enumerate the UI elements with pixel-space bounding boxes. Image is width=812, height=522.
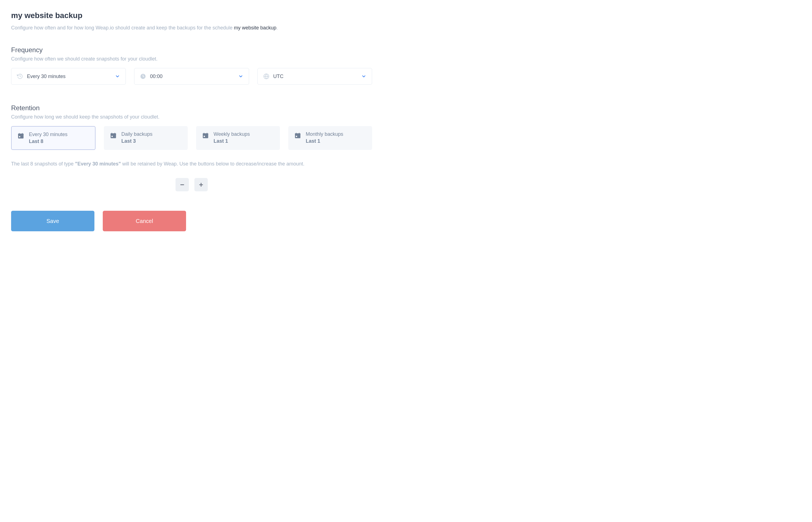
retention-title: Retention <box>11 104 372 112</box>
chevron-down-icon <box>238 74 243 79</box>
frequency-desc: Configure how often we should create sna… <box>11 56 372 62</box>
svg-rect-22 <box>296 136 297 137</box>
chevron-down-icon <box>361 74 366 79</box>
frequency-row: Every 30 minutes 00:00 UTC <box>11 68 372 85</box>
retention-card-weekly[interactable]: Weekly backups Last 1 <box>196 126 280 150</box>
frequency-time-value: 00:00 <box>150 74 238 79</box>
retention-cards: Every 30 minutes Last 8 Daily backups La… <box>11 126 372 150</box>
page-desc-suffix: . <box>276 25 278 31</box>
svg-rect-19 <box>295 133 300 135</box>
retention-card-name: Monthly backups <box>306 131 343 137</box>
svg-rect-7 <box>19 136 20 137</box>
page-desc-prefix: Configure how often and for how long Wea… <box>11 25 234 31</box>
retention-message: The last 8 snapshots of type "Every 30 m… <box>11 161 372 167</box>
svg-rect-12 <box>112 136 113 137</box>
cancel-button[interactable]: Cancel <box>103 211 186 231</box>
retention-msg-prefix: The last 8 snapshots of type <box>11 161 75 166</box>
retention-msg-suffix: will be retained by Weap. Use the button… <box>121 161 304 166</box>
minus-icon: − <box>180 180 184 189</box>
frequency-timezone-value: UTC <box>273 74 361 79</box>
page-description: Configure how often and for how long Wea… <box>11 25 372 31</box>
retention-card-last: Last 1 <box>214 138 250 144</box>
retention-card-name: Weekly backups <box>214 131 250 137</box>
increase-button[interactable]: + <box>194 178 208 191</box>
svg-rect-4 <box>18 134 24 135</box>
retention-stepper: − + <box>11 178 372 191</box>
retention-card-last: Last 8 <box>29 139 67 144</box>
retention-card-last: Last 1 <box>306 138 343 144</box>
save-button[interactable]: Save <box>11 211 94 231</box>
clock-icon <box>140 73 146 79</box>
page-desc-schedule-name: my website backup <box>234 25 276 31</box>
decrease-button[interactable]: − <box>176 178 189 191</box>
calendar-icon <box>202 132 209 139</box>
svg-rect-9 <box>111 133 116 135</box>
retention-msg-emph: "Every 30 minutes" <box>75 161 121 166</box>
history-icon <box>17 73 23 79</box>
chevron-down-icon <box>115 74 120 79</box>
svg-rect-14 <box>203 133 208 135</box>
retention-card-monthly[interactable]: Monthly backups Last 1 <box>288 126 372 150</box>
plus-icon: + <box>199 180 203 189</box>
globe-icon <box>263 73 270 79</box>
frequency-timezone-select[interactable]: UTC <box>257 68 372 85</box>
frequency-title: Frequency <box>11 46 372 54</box>
action-row: Save Cancel <box>11 211 372 231</box>
frequency-time-select[interactable]: 00:00 <box>134 68 249 85</box>
retention-card-daily[interactable]: Daily backups Last 3 <box>104 126 188 150</box>
retention-card-last: Last 3 <box>121 138 153 144</box>
retention-card-every-30-minutes[interactable]: Every 30 minutes Last 8 <box>11 126 96 150</box>
calendar-icon <box>110 132 117 139</box>
retention-card-name: Every 30 minutes <box>29 132 67 137</box>
svg-rect-17 <box>204 136 205 137</box>
frequency-interval-select[interactable]: Every 30 minutes <box>11 68 126 85</box>
calendar-icon <box>17 132 24 139</box>
retention-desc: Configure how long we should keep the sn… <box>11 114 372 120</box>
retention-card-name: Daily backups <box>121 131 153 137</box>
frequency-interval-value: Every 30 minutes <box>27 74 115 79</box>
page-title: my website backup <box>11 11 372 20</box>
calendar-icon <box>294 132 301 139</box>
